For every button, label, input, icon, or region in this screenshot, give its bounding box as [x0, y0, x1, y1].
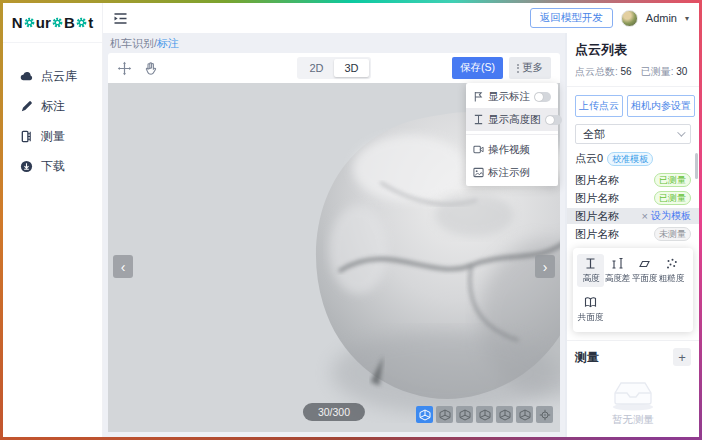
menu-item-show-annotation[interactable]: 显示标注 [466, 85, 558, 108]
user-name[interactable]: Admin [646, 12, 677, 24]
chevron-down-icon[interactable]: ▾ [685, 14, 689, 23]
body-row: 机车识别/标注 2D 3D 保存(S) [103, 33, 699, 437]
unmeasured-status-tag: 未测量 [654, 227, 691, 241]
sidebar-item-measure[interactable]: 测量 [3, 123, 102, 149]
flag-icon [473, 91, 484, 102]
download-icon [20, 160, 33, 173]
tool-label: 高度差 [605, 272, 631, 284]
menu-item-annotation-example[interactable]: 标注示例 [466, 161, 558, 184]
more-button[interactable]: 更多 [509, 57, 551, 79]
move-icon[interactable] [117, 61, 132, 76]
canvas-toolbar: 2D 3D 保存(S) 更多 [108, 53, 560, 83]
image-list-item[interactable]: 图片名称 已测量 [575, 190, 691, 206]
measure-icon [20, 130, 33, 143]
view-left-button[interactable] [476, 406, 493, 423]
measured-status-tag: 已测量 [654, 173, 691, 187]
template-tag: 校准模板 [607, 152, 653, 166]
sidebar: N ur B t 点云库 标注 测量 下载 [3, 3, 103, 437]
pointcloud-list-panel: 点云列表 点云总数: 56 已测量: 30 上传点云 相机内参设置 全部 点云0… [565, 33, 699, 437]
cube-icon [519, 409, 531, 421]
breadcrumb-parent[interactable]: 机车识别 [110, 37, 154, 49]
filter-select[interactable]: 全部 [575, 124, 691, 144]
header-right-group: 返回模型开发 Admin ▾ [530, 8, 689, 28]
flatness-icon [638, 257, 651, 270]
sidebar-item-download[interactable]: 下载 [3, 153, 102, 179]
measure-section-header: 测量 + [575, 348, 691, 366]
sidebar-item-label: 测量 [41, 128, 65, 145]
chevron-down-icon [677, 128, 685, 136]
image-list-item[interactable]: 图片名称 未测量 [575, 226, 691, 242]
more-dropdown-menu: 显示标注 显示高度图 操作视频 [466, 83, 558, 186]
breadcrumb-current: 标注 [157, 37, 179, 49]
hand-icon[interactable] [143, 61, 158, 76]
divider [567, 340, 699, 341]
close-icon[interactable]: × [642, 210, 648, 222]
show-heightmap-toggle[interactable] [545, 115, 562, 125]
view-top-button[interactable] [516, 406, 533, 423]
view-right-button[interactable] [496, 406, 513, 423]
coplanarity-icon [584, 296, 597, 309]
menu-item-label: 显示高度图 [488, 113, 541, 127]
view-front-button[interactable] [436, 406, 453, 423]
sidebar-item-label: 标注 [41, 98, 65, 115]
image-list-item-selected[interactable]: 图片名称 × 设为模板 [567, 208, 699, 224]
text-height-icon [473, 114, 484, 125]
brand-letters: ur [36, 14, 51, 31]
panel-stats: 点云总数: 56 已测量: 30 [575, 65, 691, 79]
gear-icon [52, 17, 63, 28]
brand-letter: N [12, 14, 23, 31]
tab-3d[interactable]: 3D [334, 59, 369, 77]
sidebar-item-annotate[interactable]: 标注 [3, 93, 102, 119]
sidebar-item-pointcloud-library[interactable]: 点云库 [3, 63, 102, 89]
brand-letter: t [88, 14, 93, 31]
panel-title: 点云列表 [575, 41, 691, 59]
tool-height[interactable]: 高度 [577, 254, 604, 287]
work-area: 机车识别/标注 2D 3D 保存(S) [103, 33, 565, 437]
upload-pointcloud-button[interactable]: 上传点云 [575, 95, 623, 117]
view-back-button[interactable] [456, 406, 473, 423]
cube-icon [439, 409, 451, 421]
tool-label: 平面度 [632, 272, 658, 284]
tool-height-difference[interactable]: 高度差 [604, 254, 631, 287]
tool-roughness[interactable]: 粗糙度 [658, 254, 685, 287]
avatar[interactable] [621, 10, 638, 27]
tool-coplanarity[interactable]: 共面度 [577, 293, 604, 326]
pointcloud-group-row[interactable]: 点云0 校准模板 [575, 151, 691, 166]
tool-label: 高度 [582, 272, 599, 284]
set-as-template-link[interactable]: 设为模板 [651, 209, 691, 223]
view-reset-button[interactable] [536, 406, 553, 423]
show-annotation-toggle[interactable] [534, 92, 551, 102]
filter-select-value: 全部 [583, 127, 605, 142]
tab-2d[interactable]: 2D [299, 59, 334, 77]
tool-flatness[interactable]: 平面度 [631, 254, 658, 287]
add-measure-button[interactable]: + [673, 348, 691, 366]
next-image-arrow[interactable]: › [535, 255, 555, 278]
prev-image-arrow[interactable]: ‹ [113, 255, 133, 278]
cube-icon [459, 409, 471, 421]
spacer [575, 366, 691, 377]
camera-intrinsics-button[interactable]: 相机内参设置 [627, 95, 695, 117]
save-button[interactable]: 保存(S) [452, 57, 503, 79]
crosshair-icon [539, 409, 551, 421]
total-value: 56 [621, 66, 632, 77]
back-to-model-dev-button[interactable]: 返回模型开发 [530, 8, 613, 28]
gear-icon [76, 17, 87, 28]
menu-item-tutorial-video[interactable]: 操作视频 [466, 138, 558, 161]
menu-item-show-heightmap[interactable]: 显示高度图 [466, 108, 558, 131]
empty-box-icon [607, 377, 659, 411]
panel-buttons: 上传点云 相机内参设置 [575, 95, 691, 117]
list-scrollbar[interactable] [695, 153, 698, 179]
image-name: 图片名称 [575, 227, 654, 242]
image-pager: 30/300 [303, 403, 365, 421]
menu-collapse-icon[interactable] [113, 11, 128, 26]
view-iso-button[interactable] [416, 406, 433, 423]
measure-section-title: 测量 [575, 349, 599, 366]
image-name: 图片名称 [575, 209, 642, 224]
sidebar-nav: 点云库 标注 测量 下载 [3, 43, 102, 179]
cube-icon [499, 409, 511, 421]
image-list-item[interactable]: 图片名称 已测量 [575, 172, 691, 188]
top-header: 返回模型开发 Admin ▾ [103, 3, 699, 33]
height-diff-icon [611, 257, 624, 270]
roughness-icon [665, 257, 678, 270]
canvas-card: 2D 3D 保存(S) 更多 [108, 53, 560, 432]
